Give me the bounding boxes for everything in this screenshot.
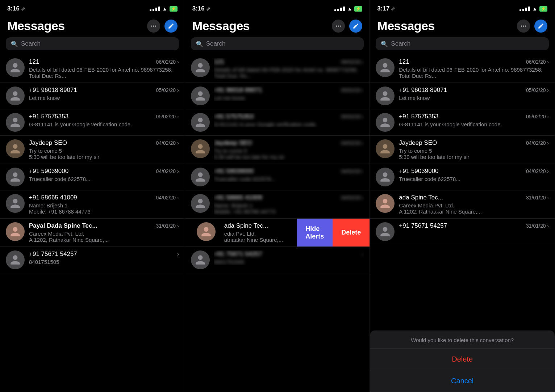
compose-button-3[interactable] — [534, 20, 547, 33]
svg-point-7 — [523, 25, 524, 26]
list-item[interactable]: Payal Dada Spine Tec... 31/01/20 › Caree… — [0, 219, 185, 247]
list-item[interactable]: +91 57575353 05/02/20 › G-811141 is your… — [0, 109, 185, 136]
list-item[interactable]: Jaydeep SEO 04/02/20 › Try to come 55:30… — [0, 136, 185, 164]
list-item[interactable]: +91 57575353 05/02/20 › G-811141 is your… — [370, 109, 555, 136]
list-item[interactable]: +91 96018 89071 05/02/20 › Let me know — [185, 83, 370, 109]
message-preview: Name: Brijesh 1Mobile: +91 86788 44773 — [214, 202, 364, 215]
message-preview: Truecaller code 622578... — [29, 176, 179, 182]
list-item[interactable]: +91 58665 41009 04/02/20 › Name: Brijesh… — [0, 190, 185, 219]
message-preview: G-811141 is your Google verification cod… — [399, 121, 549, 127]
svg-point-1 — [153, 25, 154, 26]
contact-name: +91 58665 41009 — [29, 194, 77, 201]
more-button-1[interactable] — [147, 20, 160, 33]
panel-3: 3:17 ⇗ ▲ ⚡ Messages 🔍 Search — [370, 0, 555, 392]
wifi-icon: ▲ — [162, 6, 167, 12]
list-item[interactable]: +91 59039000 04/02/20 › Truecaller code … — [185, 164, 370, 190]
compose-button-1[interactable] — [164, 20, 178, 33]
message-content: 121 06/02/20 › Details of bill dated 06-… — [399, 58, 549, 79]
delete-swipe-button[interactable]: Delete — [333, 219, 370, 246]
message-content: +91 59039000 04/02/20 › Truecaller code … — [214, 168, 364, 182]
list-item[interactable]: 121 06/02/20 › Details of bill dated 06-… — [185, 55, 370, 83]
list-item[interactable]: Jaydeep SEO 04/02/20 › Try to come 55:30… — [185, 136, 370, 164]
list-item[interactable]: +91 57575353 05/02/20 › G-811141 is your… — [185, 109, 370, 136]
person-icon — [195, 171, 206, 183]
contact-name: +91 57575353 — [29, 113, 68, 120]
contact-name: +91 75671 54257 — [29, 250, 77, 258]
message-date: 31/01/20 › — [526, 223, 549, 229]
list-item[interactable]: 121 06/02/20 › Details of bill dated 06-… — [370, 55, 555, 83]
search-bar-3[interactable]: 🔍 Search — [376, 37, 549, 50]
search-input-1[interactable]: Search — [21, 40, 41, 47]
list-item[interactable]: +91 75671 54257 › 8401751505 — [185, 247, 370, 273]
person-icon — [379, 90, 391, 102]
cancel-button[interactable]: Cancel — [370, 370, 555, 392]
list-item[interactable]: ada Spine Tec... 31/01/20 › Careex Media… — [370, 190, 555, 219]
message-date: › — [177, 251, 179, 257]
search-input-2[interactable]: Search — [206, 40, 226, 47]
search-input-3[interactable]: Search — [391, 40, 410, 47]
list-item[interactable]: 121 06/02/20 › Details of bill dated 06-… — [0, 55, 185, 83]
page-title-2: Messages — [192, 19, 250, 33]
message-date: 04/02/20 › — [156, 168, 179, 174]
contact-name: Jaydeep SEO — [399, 139, 437, 147]
contact-name: +91 57575353 — [399, 113, 438, 120]
list-item-swiped[interactable]: ada Spine Tec... 31/01/20 › edia Pvt. Lt… — [185, 219, 370, 247]
contact-name: +91 59039000 — [399, 168, 438, 175]
list-item[interactable]: +91 58665 41009 04/02/20 › Name: Brijesh… — [185, 190, 370, 219]
search-bar-2[interactable]: 🔍 Search — [191, 37, 364, 50]
time-3: 3:17 ⇗ — [377, 5, 395, 12]
dots-icon — [335, 23, 342, 29]
list-item[interactable]: +91 59039000 04/02/20 › Truecaller code … — [0, 164, 185, 190]
delete-confirm-button[interactable]: Delete — [370, 349, 555, 370]
svg-point-0 — [151, 25, 152, 26]
list-item[interactable]: +91 75671 54257 › 8401751505 — [0, 247, 185, 273]
message-content: 121 06/02/20 › Details of bill dated 06-… — [214, 58, 364, 79]
svg-point-5 — [340, 25, 341, 26]
dots-icon — [150, 23, 157, 29]
location-icon: ⇗ — [391, 6, 395, 12]
header-icons-2 — [332, 20, 362, 33]
hide-alerts-button[interactable]: HideAlerts — [297, 219, 333, 246]
swipe-actions: HideAlerts Delete — [297, 219, 370, 246]
avatar — [191, 113, 210, 132]
avatar — [6, 194, 25, 213]
list-item[interactable]: +91 96018 89071 05/02/20 › Let me know — [0, 83, 185, 109]
search-icon-1: 🔍 — [11, 41, 18, 47]
compose-icon — [168, 23, 174, 29]
compose-button-2[interactable] — [349, 20, 362, 33]
more-button-3[interactable] — [517, 20, 530, 33]
avatar — [376, 194, 395, 213]
header-icons-3 — [517, 20, 547, 33]
message-preview: Details of bill dated 06-FEB-2020 for Ai… — [29, 67, 179, 79]
message-preview: Let me know — [399, 95, 549, 101]
signal-icon — [519, 7, 530, 11]
message-preview: 8401751505 — [214, 259, 364, 265]
compose-icon — [538, 23, 544, 29]
delete-dialog-message: Would you like to delete this conversati… — [370, 330, 555, 349]
list-item[interactable]: +91 59039000 04/02/20 › Truecaller code … — [370, 164, 555, 190]
avatar — [376, 168, 395, 186]
list-item[interactable]: +91 75671 54257 31/01/20 › — [370, 219, 555, 245]
message-preview: G-811141 is your Google verification cod… — [214, 121, 364, 127]
contact-name: +91 57575353 — [214, 113, 254, 120]
svg-point-3 — [336, 25, 337, 26]
message-preview: Let me know — [29, 95, 179, 101]
search-bar-1[interactable]: 🔍 Search — [6, 37, 179, 50]
message-date: 05/02/20 › — [156, 114, 179, 119]
message-content: +91 75671 54257 31/01/20 › — [399, 222, 549, 231]
svg-point-4 — [338, 25, 339, 26]
more-button-2[interactable] — [332, 20, 345, 33]
message-content: Jaydeep SEO 04/02/20 › Try to come 55:30… — [399, 139, 549, 160]
contact-name: +91 75671 54257 — [399, 222, 447, 229]
wifi-icon: ▲ — [532, 6, 537, 12]
contact-name: 121 — [399, 58, 409, 66]
person-icon — [195, 254, 206, 266]
list-item[interactable]: +91 96018 89071 05/02/20 › Let me know — [370, 83, 555, 109]
contact-name: ada Spine Tec... — [224, 222, 268, 229]
person-icon — [379, 62, 391, 73]
message-preview: Truecaller code 622578... — [214, 176, 364, 182]
message-content: +91 96018 89071 05/02/20 › Let me know — [214, 87, 364, 101]
list-item[interactable]: Jaydeep SEO 04/02/20 › Try to come 55:30… — [370, 136, 555, 164]
message-content: +91 57575353 05/02/20 › G-811141 is your… — [214, 113, 364, 127]
message-date: 31/01/20 › — [526, 195, 549, 201]
